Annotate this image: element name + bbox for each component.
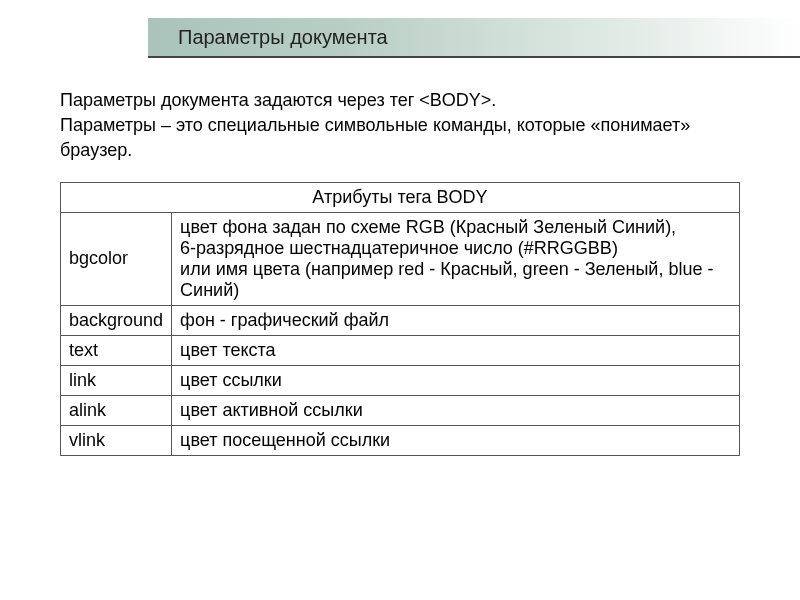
table-row: alink цвет активной ссылки [61, 395, 740, 425]
intro-text: Параметры документа задаются через тег <… [60, 88, 750, 164]
attr-name: link [61, 365, 172, 395]
table-caption: Атрибуты тега BODY [61, 182, 740, 212]
table-row: link цвет ссылки [61, 365, 740, 395]
attr-name: alink [61, 395, 172, 425]
attr-desc: цвет посещенной ссылки [172, 425, 740, 455]
attr-desc: цвет фона задан по схеме RGB (Красный Зе… [172, 212, 740, 305]
attr-name: vlink [61, 425, 172, 455]
page-title-bar: Параметры документа [148, 18, 800, 58]
table-row: bgcolor цвет фона задан по схеме RGB (Кр… [61, 212, 740, 305]
attr-name: text [61, 335, 172, 365]
attr-name: bgcolor [61, 212, 172, 305]
intro-line2: Параметры – это специальные символьные к… [60, 115, 690, 160]
page-title: Параметры документа [178, 26, 388, 49]
attr-desc: цвет ссылки [172, 365, 740, 395]
attributes-table: Атрибуты тега BODY bgcolor цвет фона зад… [60, 182, 740, 456]
attr-desc: цвет активной ссылки [172, 395, 740, 425]
attr-desc: фон - графический файл [172, 305, 740, 335]
table-row: text цвет текста [61, 335, 740, 365]
table-row: background фон - графический файл [61, 305, 740, 335]
table-row: vlink цвет посещенной ссылки [61, 425, 740, 455]
intro-line1: Параметры документа задаются через тег <… [60, 90, 496, 110]
attr-name: background [61, 305, 172, 335]
attr-desc: цвет текста [172, 335, 740, 365]
